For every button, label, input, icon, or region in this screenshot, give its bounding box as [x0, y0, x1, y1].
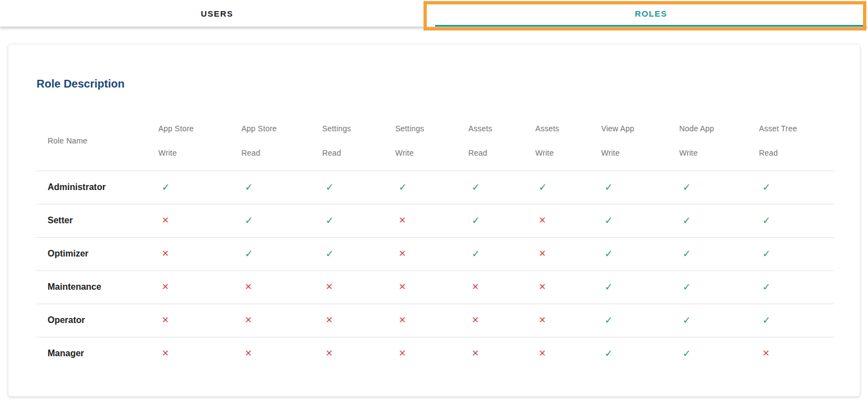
- check-icon: ✓: [604, 348, 613, 358]
- roles-permissions-table: Role NameApp StoreWriteApp StoreReadSett…: [37, 111, 834, 370]
- role-row-administrator: Administrator✓✓✓✓✓✓✓✓✓: [37, 171, 834, 204]
- role-name: Optimizer: [37, 237, 158, 270]
- column-header-assets-write: AssetsWrite: [535, 111, 601, 171]
- check-icon: ✓: [604, 282, 613, 292]
- cross-icon: ✕: [762, 349, 769, 358]
- permission-cell: ✕: [241, 337, 322, 370]
- permission-cell: ✓: [241, 204, 322, 237]
- permission-cell: ✓: [535, 171, 601, 204]
- permission-cell: ✓: [241, 171, 322, 204]
- permission-cell: ✕: [395, 204, 468, 237]
- permission-cell: ✓: [679, 304, 759, 337]
- card-title: Role Description: [37, 78, 833, 90]
- column-header-app-store-write: App StoreWrite: [158, 111, 241, 171]
- cross-icon: ✕: [162, 249, 169, 258]
- cross-icon: ✕: [539, 283, 546, 291]
- permission-cell: ✓: [679, 337, 759, 370]
- cross-icon: ✕: [326, 283, 333, 291]
- column-header-node-app-write: Node AppWrite: [679, 111, 759, 171]
- permission-cell: ✓: [468, 204, 535, 237]
- permission-cell: ✓: [395, 171, 468, 204]
- permission-cell: ✓: [601, 237, 679, 270]
- role-name: Administrator: [37, 171, 158, 204]
- active-tab-indicator: [435, 25, 864, 27]
- check-icon: ✓: [604, 315, 613, 325]
- permission-cell: ✕: [395, 337, 468, 370]
- cross-icon: ✕: [326, 349, 333, 358]
- check-icon: ✓: [762, 282, 771, 292]
- permission-cell: ✓: [468, 237, 535, 270]
- check-icon: ✓: [683, 182, 691, 192]
- permission-cell: ✓: [759, 237, 834, 270]
- role-name: Setter: [37, 204, 158, 237]
- permission-cell: ✓: [759, 304, 834, 337]
- check-icon: ✓: [762, 249, 771, 259]
- column-header-asset-tree-read: Asset TreeRead: [759, 111, 834, 171]
- check-icon: ✓: [326, 249, 334, 259]
- permission-cell: ✓: [322, 204, 395, 237]
- permission-cell: ✕: [241, 270, 322, 304]
- tab-bar: USERS ROLES: [0, 0, 868, 27]
- cross-icon: ✕: [539, 249, 546, 258]
- permission-cell: ✓: [679, 171, 759, 204]
- permission-cell: ✓: [322, 171, 395, 204]
- cross-icon: ✕: [245, 349, 252, 358]
- cross-icon: ✕: [162, 316, 169, 325]
- cross-icon: ✕: [162, 216, 169, 225]
- permission-cell: ✓: [601, 337, 679, 370]
- tab-roles-label: ROLES: [635, 9, 668, 18]
- permission-cell: ✕: [468, 270, 535, 304]
- permission-cell: ✓: [241, 237, 322, 270]
- tab-roles[interactable]: ROLES: [434, 0, 868, 27]
- permission-cell: ✓: [601, 304, 679, 337]
- permission-cell: ✕: [322, 270, 395, 304]
- cross-icon: ✕: [472, 316, 479, 325]
- role-name-column-header: Role Name: [37, 111, 158, 171]
- column-header-app-store-read: App StoreRead: [241, 111, 322, 171]
- permission-cell: ✓: [601, 171, 679, 204]
- permission-cell: ✓: [158, 171, 241, 204]
- permission-cell: ✓: [759, 270, 834, 304]
- cross-icon: ✕: [162, 283, 169, 291]
- permission-cell: ✓: [322, 237, 395, 270]
- cross-icon: ✕: [399, 316, 406, 325]
- check-icon: ✓: [604, 182, 613, 192]
- cross-icon: ✕: [245, 316, 252, 325]
- check-icon: ✓: [399, 182, 407, 192]
- permission-cell: ✕: [322, 337, 395, 370]
- permission-cell: ✕: [468, 337, 535, 370]
- check-icon: ✓: [245, 249, 253, 259]
- check-icon: ✓: [539, 182, 547, 192]
- permission-cell: ✓: [679, 204, 759, 237]
- check-icon: ✓: [472, 249, 480, 259]
- cross-icon: ✕: [399, 249, 406, 258]
- cross-icon: ✕: [399, 283, 406, 291]
- role-row-optimizer: Optimizer✕✓✓✕✓✕✓✓✓: [37, 237, 834, 270]
- check-icon: ✓: [762, 315, 771, 325]
- permission-cell: ✕: [158, 204, 241, 237]
- cross-icon: ✕: [399, 349, 406, 358]
- permission-cell: ✓: [601, 270, 679, 304]
- permission-cell: ✕: [241, 304, 322, 337]
- permission-cell: ✕: [395, 270, 468, 304]
- permission-cell: ✕: [535, 270, 601, 304]
- check-icon: ✓: [472, 216, 480, 225]
- permission-cell: ✕: [535, 204, 601, 237]
- check-icon: ✓: [683, 348, 691, 358]
- role-row-manager: Manager✕✕✕✕✕✕✓✓✕: [37, 337, 834, 370]
- permission-cell: ✕: [535, 304, 601, 337]
- permission-cell: ✓: [679, 270, 759, 304]
- column-header-assets-read: AssetsRead: [468, 111, 535, 171]
- column-header-settings-read: SettingsRead: [322, 111, 395, 171]
- permission-cell: ✕: [158, 270, 241, 304]
- check-icon: ✓: [683, 315, 691, 325]
- permission-cell: ✕: [468, 304, 535, 337]
- permission-cell: ✓: [759, 171, 834, 204]
- tab-users[interactable]: USERS: [0, 0, 434, 27]
- permission-cell: ✓: [601, 204, 679, 237]
- tab-users-label: USERS: [201, 9, 234, 18]
- permission-cell: ✕: [535, 337, 601, 370]
- column-header-settings-write: SettingsWrite: [395, 111, 468, 171]
- role-row-maintenance: Maintenance✕✕✕✕✕✕✓✓✓: [37, 270, 834, 304]
- role-name: Operator: [37, 304, 158, 337]
